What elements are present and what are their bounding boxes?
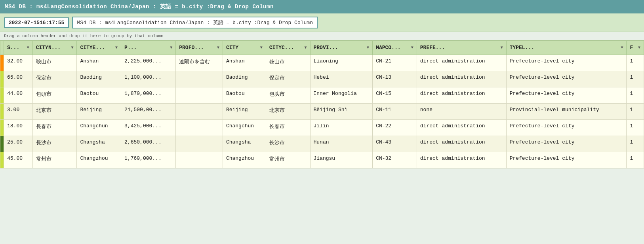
cell-citye: Baotou (77, 87, 121, 104)
col-header-city[interactable]: CITY ▼ (223, 41, 266, 55)
title-bar: MS4 DB : ms4LangConsolidation China/Japa… (0, 0, 644, 13)
cell-profo (176, 152, 223, 168)
cell-cityc: 鞍山市 (266, 55, 310, 71)
cell-profo (176, 71, 223, 87)
table-row: 25.00長沙市Changsha2,650,000...Changsha长沙市H… (0, 136, 644, 152)
cell-provi: Jilin (310, 120, 373, 136)
cell-provi: Jiangsu (310, 152, 373, 168)
cell-s: 44.00 (4, 87, 33, 104)
sort-icon-typel: ▼ (621, 45, 623, 50)
cell-citye: Changsha (77, 136, 121, 152)
cell-citye: Baoding (77, 71, 121, 87)
cell-typel: Prefecture-level city (506, 136, 627, 152)
cell-cityn: 常州市 (32, 152, 77, 168)
table-wrapper[interactable]: S... ▼ CITYN... ▼ CITYE... ▼ (0, 40, 644, 168)
sort-icon-cityn: ▼ (71, 45, 73, 50)
cell-p: 2,650,000... (121, 136, 176, 152)
sort-icon-s: ▼ (27, 45, 29, 50)
title-bar-text: MS4 DB : ms4LangConsolidation China/Japa… (5, 4, 274, 10)
toolbar: 2022-07-1516:17:55 MS4 DB : ms4LangConso… (0, 13, 644, 32)
cell-mapco: CN-32 (373, 152, 417, 168)
cell-profo (176, 104, 223, 120)
cell-typel: Prefecture-level city (506, 152, 627, 168)
cell-citye: Changzhou (77, 152, 121, 168)
col-header-p[interactable]: P... ▼ (121, 41, 176, 55)
row-indicator (0, 71, 4, 87)
col-header-cityn[interactable]: CITYN... ▼ (32, 41, 77, 55)
cell-prefe: direct administration (417, 152, 506, 168)
cell-s: 25.00 (4, 136, 33, 152)
cell-cityn: 長沙市 (32, 136, 77, 152)
cell-provi: Liaoning (310, 55, 373, 71)
table-row: 3.00北京市Beijing21,500,00...Beijing北京市Běij… (0, 104, 644, 120)
cell-extra: 1 (627, 87, 644, 104)
cell-typel: Prefecture-level city (506, 120, 627, 136)
row-indicator (0, 136, 4, 152)
drag-hint: Drag a column header and drop it here to… (0, 32, 644, 40)
cell-cityn: 保定市 (32, 71, 77, 87)
col-header-s[interactable]: S... ▼ (4, 41, 33, 55)
sort-icon-profo: ▼ (217, 45, 219, 50)
cell-p: 3,425,000... (121, 120, 176, 136)
table-row: 32.00鞍山市Anshan2,225,000...遼陽市を含むAnshan鞍山… (0, 55, 644, 71)
cell-prefe: direct administration (417, 120, 506, 136)
cell-s: 3.00 (4, 104, 33, 120)
col-header-prefe[interactable]: PREFE... ▼ (417, 41, 506, 55)
cell-prefe: direct administration (417, 87, 506, 104)
cell-cityc: 常州市 (266, 152, 310, 168)
row-indicator (0, 87, 4, 103)
cell-prefe: direct administration (417, 55, 506, 71)
sort-icon-city: ▼ (260, 45, 263, 50)
cell-extra: 1 (627, 120, 644, 136)
cell-citye: Anshan (77, 55, 121, 71)
col-header-profo[interactable]: PROFO... ▼ (176, 41, 223, 55)
cell-profo (176, 136, 223, 152)
cell-cityc: 保定市 (266, 71, 310, 87)
col-header-mapco[interactable]: MAPCO... ▼ (373, 41, 417, 55)
table-row: 18.00長春市Changchun3,425,000...Changchun长春… (0, 120, 644, 136)
cell-prefe: none (417, 104, 506, 120)
col-header-cityc[interactable]: CITYC... ▼ (266, 41, 310, 55)
cell-s: 65.00 (4, 71, 33, 87)
cell-city: Baotou (223, 87, 266, 104)
table-row: 45.00常州市Changzhou1,760,000...Changzhou常州… (0, 152, 644, 168)
cell-extra: 1 (627, 104, 644, 120)
cell-cityc: 包头市 (266, 87, 310, 104)
table-row: 65.00保定市Baoding1,100,000...Baoding保定市Heb… (0, 71, 644, 87)
col-header-provi[interactable]: PROVI... ▼ (310, 41, 373, 55)
cell-city: Beijing (223, 104, 266, 120)
cell-cityn: 長春市 (32, 120, 77, 136)
row-indicator (0, 55, 4, 71)
sort-icon-mapco: ▼ (411, 45, 413, 50)
cell-city: Changzhou (223, 152, 266, 168)
cell-profo: 遼陽市を含む (176, 55, 223, 71)
cell-provi: Hunan (310, 136, 373, 152)
cell-mapco: CN-13 (373, 71, 417, 87)
cell-typel: Prefecture-level city (506, 87, 627, 104)
row-indicator (0, 104, 4, 119)
cell-typel: Provincial-level municipality (506, 104, 627, 120)
cell-cityc: 长沙市 (266, 136, 310, 152)
cell-mapco: CN-11 (373, 104, 417, 120)
cell-p: 2,225,000... (121, 55, 176, 71)
col-header-typel[interactable]: TYPEL... ▼ (506, 41, 627, 55)
cell-city: Changsha (223, 136, 266, 152)
sort-icon-p: ▼ (170, 45, 172, 50)
cell-s: 32.00 (4, 55, 33, 71)
cell-extra: 1 (627, 136, 644, 152)
cell-mapco: CN-21 (373, 55, 417, 71)
cell-city: Changchun (223, 120, 266, 136)
cell-p: 1,760,000... (121, 152, 176, 168)
col-header-extra[interactable]: F ▼ (627, 41, 644, 55)
cell-extra: 1 (627, 152, 644, 168)
row-indicator (0, 152, 4, 168)
cell-s: 18.00 (4, 120, 33, 136)
main-table: S... ▼ CITYN... ▼ CITYE... ▼ (0, 40, 644, 168)
col-header-citye[interactable]: CITYE... ▼ (77, 41, 121, 55)
timestamp-badge: 2022-07-1516:17:55 (4, 17, 69, 28)
cell-cityn: 鞍山市 (32, 55, 77, 71)
cell-profo (176, 120, 223, 136)
table-row: 44.00包頭市Baotou1,870,000...Baotou包头市Inner… (0, 87, 644, 104)
cell-provi: Běijīng Shì (310, 104, 373, 120)
cell-cityc: 北京市 (266, 104, 310, 120)
